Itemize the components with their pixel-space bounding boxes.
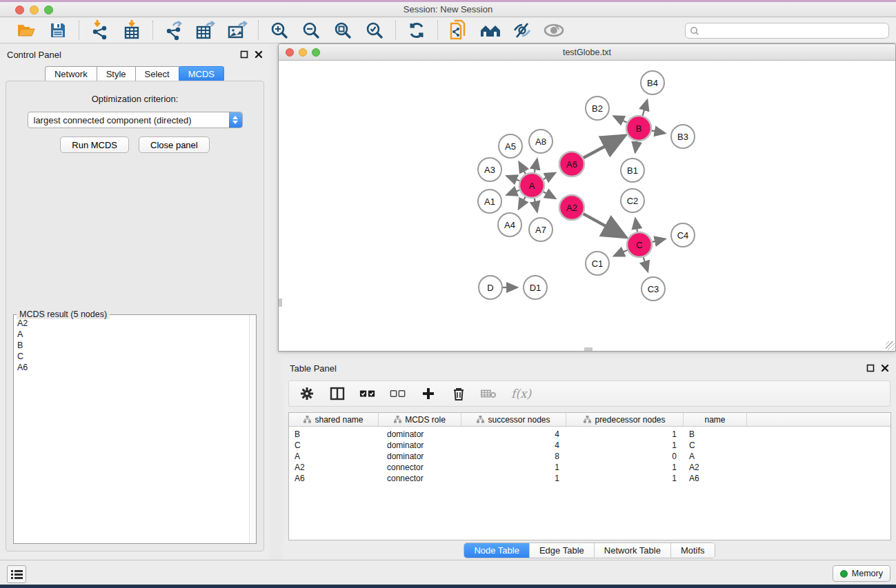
close-window-button[interactable]: [15, 6, 24, 14]
mcds-result-item[interactable]: C: [14, 351, 248, 362]
open-file-icon[interactable]: [15, 20, 37, 41]
edge-A-A5[interactable]: [519, 163, 526, 174]
table-row[interactable]: Bdominator41B: [289, 429, 890, 440]
network-window-titlebar[interactable]: testGlobe.txt: [279, 44, 895, 61]
network-vertical-scroll-thumb[interactable]: [279, 298, 282, 307]
table-row[interactable]: Adominator80A: [289, 451, 890, 462]
tab-network-table[interactable]: Network Table: [594, 543, 670, 558]
edge-A-A8[interactable]: [535, 159, 537, 172]
show-all-icon[interactable]: [543, 20, 565, 41]
table-row[interactable]: Cdominator41C: [289, 440, 890, 451]
close-panel-icon[interactable]: [255, 50, 263, 59]
edge-A6-B[interactable]: [584, 136, 624, 158]
deselect-all-icon[interactable]: [390, 385, 406, 402]
table-cell-shared-name: A6: [289, 474, 379, 483]
edge-B-B2[interactable]: [614, 116, 627, 123]
zoom-window-button[interactable]: [44, 6, 53, 14]
column-header-shared-name[interactable]: shared name: [289, 413, 379, 426]
float-panel-icon[interactable]: [866, 364, 875, 372]
edge-C-C4[interactable]: [653, 239, 665, 242]
import-table-icon[interactable]: [121, 20, 143, 41]
edge-C-C2[interactable]: [635, 219, 637, 232]
create-column-icon[interactable]: [420, 385, 437, 402]
export-table-icon[interactable]: [195, 20, 217, 41]
zoom-in-icon[interactable]: [268, 20, 290, 41]
mcds-list-scrollbar[interactable]: [249, 315, 256, 543]
show-columns-icon[interactable]: [329, 385, 346, 402]
first-neighbors-icon[interactable]: [479, 20, 501, 41]
select-all-icon[interactable]: [359, 385, 376, 402]
criterion-dropdown[interactable]: largest connected component (directed): [28, 112, 243, 128]
edge-C-C1[interactable]: [615, 250, 628, 256]
mcds-result-list[interactable]: A2ABCA6: [14, 318, 248, 543]
edge-B-B1[interactable]: [635, 141, 637, 152]
new-network-from-selection-icon[interactable]: [448, 20, 470, 41]
column-header-successor-nodes[interactable]: successor nodes: [461, 413, 566, 426]
column-header-mcds-role[interactable]: MCDS role: [379, 413, 461, 426]
mcds-result-item[interactable]: B: [14, 340, 248, 351]
refresh-icon[interactable]: [406, 20, 428, 41]
tab-style[interactable]: Style: [97, 66, 136, 82]
run-mcds-button[interactable]: Run MCDS: [60, 136, 129, 153]
edge-B-B4[interactable]: [643, 101, 648, 116]
search-field[interactable]: [685, 23, 889, 39]
network-canvas[interactable]: B4B2BB3A5A8A6B1A3AA1C2A4A7A2CC4C1C3DD1: [279, 61, 895, 351]
tab-node-table[interactable]: Node Table: [464, 543, 529, 558]
network-close-button[interactable]: [286, 48, 294, 57]
table-row[interactable]: A6connector11A6: [289, 473, 890, 484]
edge-A-A4[interactable]: [519, 197, 525, 209]
network-zoom-button[interactable]: [312, 48, 320, 57]
import-network-icon[interactable]: [89, 20, 111, 41]
network-horizontal-scroll-thumb[interactable]: [584, 347, 593, 351]
node-label-C3: C3: [648, 284, 659, 294]
column-header-predecessor-nodes[interactable]: predecessor nodes: [566, 413, 684, 426]
node-label-B2: B2: [592, 103, 603, 114]
edge-C-C3[interactable]: [644, 257, 648, 271]
save-session-icon[interactable]: [47, 20, 69, 41]
zoom-selected-icon[interactable]: [364, 20, 386, 41]
edge-A-A7[interactable]: [535, 199, 537, 212]
zoom-fit-icon[interactable]: [332, 20, 354, 41]
tab-mcds[interactable]: MCDS: [179, 66, 224, 82]
edge-A2-C[interactable]: [584, 214, 625, 236]
delete-column-icon[interactable]: [450, 385, 467, 402]
mcds-result-item[interactable]: A2: [14, 318, 248, 329]
function-builder-icon[interactable]: f(x): [511, 385, 531, 402]
edge-A-A1[interactable]: [507, 190, 519, 195]
edge-A-A2[interactable]: [544, 192, 555, 198]
tab-select[interactable]: Select: [135, 66, 179, 82]
column-header-name[interactable]: name: [684, 413, 747, 426]
edge-B-B3[interactable]: [652, 131, 665, 134]
node-label-A5: A5: [505, 141, 516, 152]
table-row[interactable]: A2connector11A2: [289, 462, 890, 473]
close-panel-button[interactable]: Close panel: [139, 136, 210, 153]
table-cell-name: A2: [684, 463, 747, 472]
node-label-C: C: [636, 240, 642, 250]
hide-selected-icon[interactable]: [511, 20, 533, 41]
table-cell-name: A: [684, 452, 747, 461]
edge-A-A3[interactable]: [507, 176, 519, 181]
mcds-result-item[interactable]: A: [14, 329, 248, 340]
node-label-A7: A7: [535, 225, 546, 235]
memory-button[interactable]: Memory: [833, 565, 890, 582]
zoom-out-icon[interactable]: [300, 20, 322, 41]
network-minimize-button[interactable]: [299, 48, 307, 57]
export-network-icon[interactable]: [163, 20, 185, 41]
tab-motifs[interactable]: Motifs: [670, 543, 715, 558]
node-label-C4: C4: [677, 230, 689, 241]
show-log-button[interactable]: [7, 565, 26, 583]
tab-network[interactable]: Network: [45, 66, 97, 82]
minimize-window-button[interactable]: [30, 6, 39, 14]
table-options-icon[interactable]: [299, 385, 315, 402]
window-resize-grip[interactable]: [886, 341, 895, 350]
tab-edge-table[interactable]: Edge Table: [529, 543, 594, 558]
edge-A-A6[interactable]: [544, 173, 555, 179]
table-cell-shared-name: A: [289, 452, 379, 461]
network-window-title: testGlobe.txt: [279, 48, 895, 57]
close-panel-icon[interactable]: [881, 364, 889, 372]
search-input[interactable]: [699, 26, 888, 36]
export-image-icon[interactable]: [226, 20, 248, 41]
delete-table-icon[interactable]: [481, 385, 497, 402]
mcds-result-item[interactable]: A6: [14, 362, 248, 373]
float-panel-icon[interactable]: [240, 50, 248, 59]
